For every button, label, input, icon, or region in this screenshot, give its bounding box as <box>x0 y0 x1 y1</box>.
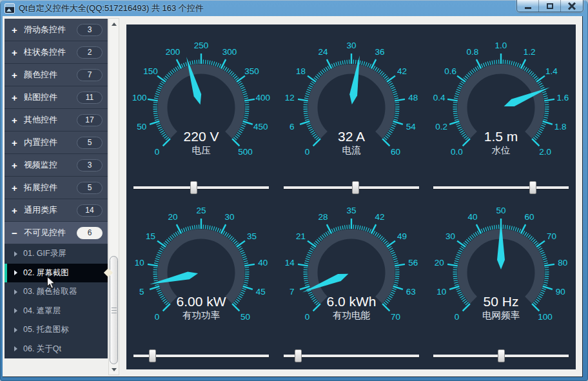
gauge-minor-tick <box>394 263 398 264</box>
sidebar-group-3[interactable]: +颜色控件7 <box>5 64 108 86</box>
gauge-minor-tick <box>507 225 508 229</box>
gauge-value: 32 A <box>337 129 364 144</box>
sidebar-item-1[interactable]: 01. GIF录屏 <box>5 244 108 264</box>
gauge-minor-tick <box>311 81 314 84</box>
sidebar-group-9[interactable]: +通用类库14 <box>5 199 108 222</box>
gauge-minor-tick <box>490 61 491 65</box>
gauge-minor-tick <box>240 250 244 252</box>
sidebar-scrollbar[interactable] <box>108 18 119 375</box>
count-badge: 17 <box>77 114 103 126</box>
slider-active-power[interactable] <box>133 349 269 362</box>
gauge-water-level: 0.00.20.40.60.81.01.21.41.61.82.01.5 m水位 <box>430 37 572 179</box>
gauge-minor-tick <box>545 111 549 112</box>
gauge-minor-tick <box>153 113 157 114</box>
gauge-minor-tick <box>388 296 392 298</box>
slider-track[interactable] <box>284 186 419 189</box>
child-label: 02. 屏幕截图 <box>23 268 69 278</box>
scroll-up-button[interactable] <box>109 19 119 29</box>
sidebar-group-6[interactable]: +内置控件5 <box>5 132 108 154</box>
gauge-minor-tick <box>544 263 548 264</box>
gauge-minor-tick <box>460 296 464 298</box>
sidebar-item-6[interactable]: 06. 关于Qt <box>5 340 108 359</box>
slider-water-level[interactable] <box>433 181 569 194</box>
slider-handle[interactable] <box>498 349 505 362</box>
slider-grid-frequency[interactable] <box>433 349 569 362</box>
sidebar-item-4[interactable]: 04. 遮罩层 <box>5 302 108 321</box>
slider-track[interactable] <box>433 186 569 189</box>
child-label: 01. GIF录屏 <box>23 248 66 259</box>
slider-current[interactable] <box>284 181 419 194</box>
gauge-tick-label: 0 <box>155 147 160 157</box>
gauge-minor-tick <box>172 70 174 73</box>
close-button[interactable] <box>561 0 583 12</box>
gauge-minor-tick <box>538 81 541 84</box>
slider-track[interactable] <box>133 186 269 189</box>
gauge-minor-tick <box>458 252 462 254</box>
gauge-major-tick <box>221 224 226 233</box>
gauge-minor-tick <box>389 294 393 296</box>
gauge-tick-label: 1.2 <box>524 47 536 57</box>
slider-active-energy[interactable] <box>284 349 419 362</box>
gauge-minor-tick <box>511 226 513 230</box>
slider-handle[interactable] <box>190 181 197 194</box>
gauge-major-tick <box>536 241 545 247</box>
gauge-minor-tick <box>391 125 395 127</box>
sidebar-group-5[interactable]: +其他控件17 <box>5 109 108 132</box>
sidebar: +滑动条控件3+柱状条控件2+颜色控件7+贴图控件11+其他控件17+内置控件5… <box>5 19 108 358</box>
sidebar-group-7[interactable]: +视频监控3 <box>5 154 108 177</box>
sidebar-group-10[interactable]: −不可见控件6 <box>5 222 108 244</box>
maximize-button[interactable] <box>539 0 561 12</box>
sidebar-group-2[interactable]: +柱状条控件2 <box>5 41 108 64</box>
slider-voltage[interactable] <box>133 181 269 194</box>
gauge-minor-tick <box>456 257 460 258</box>
sidebar-item-2[interactable]: 02. 屏幕截图 <box>5 264 108 283</box>
minimize-button[interactable] <box>517 0 539 12</box>
sidebar-group-1[interactable]: +滑动条控件3 <box>5 19 108 41</box>
gauge-minor-tick <box>509 226 510 230</box>
sidebar-group-4[interactable]: +贴图控件11 <box>5 86 108 109</box>
gauge-minor-tick <box>540 292 544 294</box>
gauge-minor-tick <box>373 231 375 235</box>
gauge-minor-tick <box>515 63 516 66</box>
gauge-minor-tick <box>242 288 246 289</box>
titlebar[interactable]: Qt自定义控件大全(QQ:517216493) 共 163 个控件 <box>0 0 588 16</box>
gauge-minor-tick <box>544 117 547 118</box>
gauge-minor-tick <box>392 123 396 124</box>
gauge-minor-tick <box>392 92 396 93</box>
gauge-minor-tick <box>224 67 226 70</box>
gauge-major-tick <box>532 304 539 311</box>
gauge-minor-tick <box>453 278 457 279</box>
gauge-minor-tick <box>153 103 157 103</box>
gauge-minor-tick <box>541 252 545 254</box>
gauge-minor-tick <box>153 111 157 112</box>
gauge-minor-tick <box>239 83 243 85</box>
scroll-down-button[interactable] <box>109 364 119 375</box>
gauge-tick-label: 50 <box>240 312 250 322</box>
gauge-minor-tick <box>165 241 168 244</box>
gauge-minor-tick <box>366 63 367 66</box>
slider-handle[interactable] <box>529 181 536 194</box>
gauge-minor-tick <box>208 60 208 64</box>
gauge-minor-tick <box>328 66 329 70</box>
gauge-major-tick <box>371 59 375 68</box>
gauge-minor-tick <box>342 61 343 64</box>
sidebar-group-8[interactable]: +拓展控件5 <box>5 177 108 199</box>
gauge-minor-tick <box>531 73 534 76</box>
gauge-minor-tick <box>466 239 469 242</box>
slider-handle[interactable] <box>352 181 359 194</box>
gauge-minor-tick <box>245 103 249 103</box>
gauge-minor-tick <box>239 296 242 298</box>
sidebar-item-5[interactable]: 05. 托盘图标 <box>5 320 108 340</box>
gauge-tick-label: 21 <box>296 231 306 240</box>
gauge-tick-label: 0.4 <box>433 93 446 103</box>
sidebar-item-3[interactable]: 03. 颜色拾取器 <box>5 282 108 302</box>
gauge-minor-tick <box>304 98 308 99</box>
slider-track[interactable] <box>284 355 419 357</box>
gauge-title: 电流 <box>342 145 361 155</box>
slider-handle[interactable] <box>149 349 156 362</box>
plus-icon: + <box>12 48 24 57</box>
slider-handle[interactable] <box>295 349 302 362</box>
gauge-minor-tick <box>544 260 547 262</box>
count-badge: 5 <box>77 182 103 194</box>
gauge-minor-tick <box>387 81 391 84</box>
